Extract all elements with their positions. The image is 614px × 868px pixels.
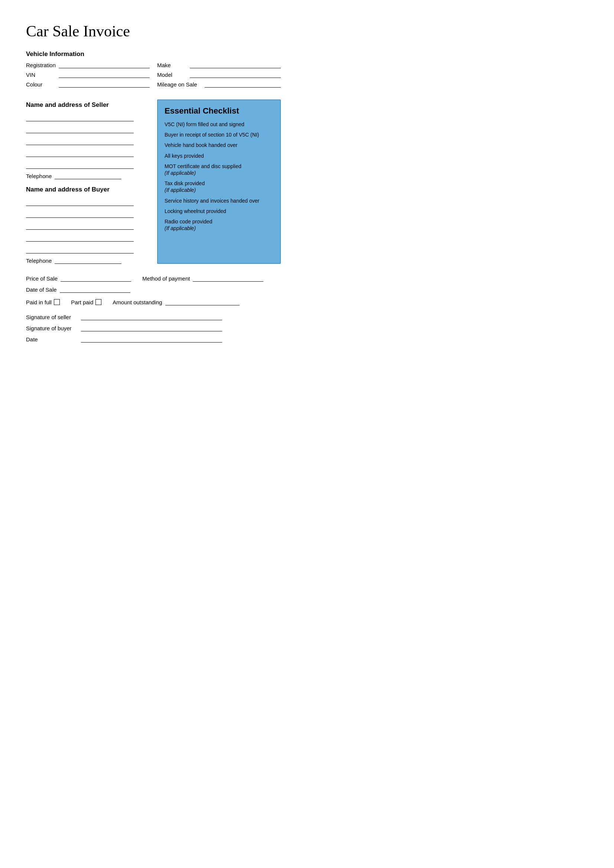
buyer-address-line-4[interactable] (26, 233, 134, 242)
registration-input[interactable] (59, 62, 150, 68)
main-section: Name and address of Seller Telephone Nam… (26, 99, 281, 264)
checklist-item-5: Tax disk provided(If applicable) (165, 180, 274, 193)
make-label: Make (157, 62, 187, 68)
date-input[interactable] (60, 286, 131, 293)
paid-full-group: Paid in full (26, 299, 60, 305)
seller-sig-label: Signature of seller (26, 314, 78, 320)
amount-outstanding-label: Amount outstanding (113, 299, 162, 305)
model-label: Model (157, 71, 187, 78)
method-of-payment-field: Method of payment (142, 275, 263, 282)
method-label: Method of payment (142, 275, 190, 282)
checklist-item-4: MOT certificate and disc supplied(If app… (165, 163, 274, 176)
mileage-label: Mileage on Sale (157, 81, 202, 88)
seller-section: Name and address of Seller Telephone (26, 99, 150, 179)
buyer-address-lines (26, 198, 150, 253)
seller-address-line-2[interactable] (26, 125, 134, 133)
seller-title: Name and address of Seller (26, 101, 150, 109)
mileage-input[interactable] (205, 81, 281, 88)
method-input[interactable] (193, 275, 263, 282)
date-sig-row: Date (26, 335, 281, 343)
vehicle-info-section: Vehicle Information Registration Make VI… (26, 50, 281, 88)
amount-outstanding-input[interactable] (165, 299, 239, 305)
seller-address-lines (26, 113, 150, 169)
make-field: Make (157, 62, 281, 69)
checklist-item-7: Locking wheelnut provided (165, 208, 274, 214)
mileage-field: Mileage on Sale (157, 81, 281, 88)
paid-full-checkbox[interactable] (54, 299, 60, 305)
buyer-sig-label: Signature of buyer (26, 325, 78, 332)
signature-section: Signature of seller Signature of buyer D… (26, 313, 281, 343)
seller-telephone-label: Telephone (26, 173, 51, 179)
date-sig-input[interactable] (81, 335, 222, 343)
model-field: Model (157, 71, 281, 79)
checklist-title: Essential Checklist (165, 106, 274, 116)
seller-telephone-row: Telephone (26, 172, 150, 179)
buyer-section: Name and address of Buyer Telephone (26, 186, 150, 264)
checklist-item-note-5: (If applicable) (165, 187, 274, 193)
date-row: Date of Sale (26, 286, 281, 293)
seller-address-line-4[interactable] (26, 149, 134, 157)
amount-outstanding-field: Amount outstanding (113, 299, 239, 305)
vehicle-section-title: Vehicle Information (26, 50, 281, 58)
part-paid-checkbox[interactable] (95, 299, 101, 305)
seller-sig-row: Signature of seller (26, 313, 281, 320)
seller-address-line-3[interactable] (26, 137, 134, 145)
buyer-sig-row: Signature of buyer (26, 324, 281, 332)
checklist-item-note-8: (If applicable) (165, 225, 274, 232)
page-title: Car Sale Invoice (26, 22, 281, 40)
paid-full-label: Paid in full (26, 299, 51, 305)
seller-address-line-1[interactable] (26, 113, 134, 121)
part-paid-label: Part paid (71, 299, 93, 305)
checklist-item-0: V5C (NI) form filled out and signed (165, 121, 274, 128)
make-input[interactable] (190, 62, 281, 68)
vin-label: VIN (26, 71, 56, 78)
seller-address-line-5[interactable] (26, 161, 134, 169)
checklist-box: Essential Checklist V5C (NI) form filled… (157, 99, 281, 264)
seller-buyer-column: Name and address of Seller Telephone Nam… (26, 99, 150, 264)
buyer-address-line-1[interactable] (26, 198, 134, 206)
bottom-fields: Price of Sale Method of payment Date of … (26, 275, 281, 343)
checklist-item-3: All keys provided (165, 152, 274, 159)
buyer-telephone-row: Telephone (26, 257, 150, 264)
buyer-title: Name and address of Buyer (26, 186, 150, 193)
vin-input[interactable] (59, 71, 150, 78)
paid-amount-row: Paid in full Part paid Amount outstandin… (26, 299, 281, 305)
checklist-item-2: Vehicle hand book handed over (165, 142, 274, 149)
model-input[interactable] (190, 71, 281, 78)
price-method-row: Price of Sale Method of payment (26, 275, 281, 282)
buyer-telephone-input[interactable] (54, 257, 121, 264)
checklist-items: V5C (NI) form filled out and signedBuyer… (165, 121, 274, 232)
vehicle-grid: Registration Make VIN Model Colour Milea… (26, 62, 281, 88)
buyer-address-line-3[interactable] (26, 222, 134, 230)
seller-sig-input[interactable] (81, 313, 222, 320)
buyer-address-line-2[interactable] (26, 210, 134, 218)
price-input[interactable] (61, 275, 131, 282)
colour-input[interactable] (59, 81, 150, 88)
buyer-address-line-5[interactable] (26, 245, 134, 253)
date-label: Date of Sale (26, 287, 57, 293)
seller-telephone-input[interactable] (54, 172, 121, 179)
vin-field: VIN (26, 71, 150, 79)
registration-field: Registration (26, 62, 150, 69)
price-label: Price of Sale (26, 275, 58, 282)
part-paid-group: Part paid (71, 299, 101, 305)
checklist-item-6: Service history and invoices handed over (165, 197, 274, 204)
date-sig-label: Date (26, 336, 78, 343)
colour-field: Colour (26, 81, 150, 88)
buyer-sig-input[interactable] (81, 324, 222, 332)
registration-label: Registration (26, 62, 56, 68)
checklist-item-1: Buyer in receipt of section 10 of V5C (N… (165, 131, 274, 138)
price-of-sale-field: Price of Sale (26, 275, 131, 282)
paid-row: Paid in full Part paid Amount outstandin… (26, 299, 281, 305)
colour-label: Colour (26, 81, 56, 88)
checklist-item-note-4: (If applicable) (165, 170, 274, 176)
buyer-telephone-label: Telephone (26, 257, 51, 264)
date-of-sale-field: Date of Sale (26, 286, 131, 293)
checklist-item-8: Radio code provided(If applicable) (165, 218, 274, 232)
